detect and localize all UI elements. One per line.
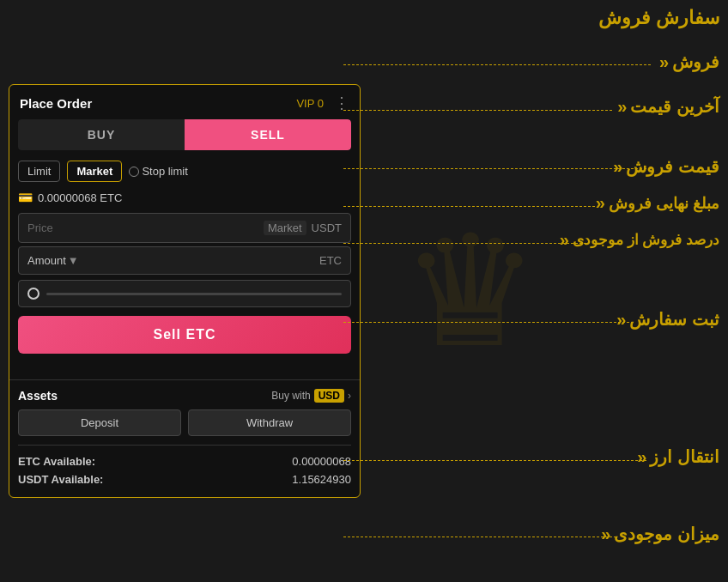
slider-track[interactable]	[46, 293, 342, 295]
price-field: Market USDT	[18, 213, 351, 243]
submit-order-arrow: »	[616, 310, 626, 330]
annotation-sell-amount: » مبلغ نهایی فروش	[596, 193, 719, 213]
slider-thumb[interactable]	[27, 288, 39, 300]
assets-title: Assets	[18, 389, 58, 403]
sell-amount-arrow: »	[596, 193, 605, 213]
annotation-balance: » میزان موجودی	[601, 524, 719, 544]
etc-available-value: 0.00000068	[292, 455, 351, 468]
usdt-available-row: USDT Available: 1.15624930	[18, 470, 351, 488]
sell-arrow: »	[659, 52, 669, 72]
buy-with-chevron[interactable]: ›	[348, 390, 351, 402]
amount-dropdown-icon[interactable]: ▼	[68, 254, 79, 267]
deposit-button[interactable]: Deposit	[18, 409, 181, 436]
etc-available-row: ETC Available: 0.00000068	[18, 452, 351, 470]
transfer-arrow: »	[637, 447, 646, 467]
dashed-line-price	[343, 168, 651, 169]
buy-with-row: Buy with USD ›	[271, 389, 351, 403]
available-section: ETC Available: 0.00000068 USDT Available…	[18, 445, 351, 497]
usdt-available-value: 1.15624930	[292, 473, 351, 486]
order-type-row: Limit Market Stop limit	[9, 157, 360, 187]
dashed-line-slider	[343, 243, 586, 244]
card-icon: 💳	[18, 191, 33, 204]
header-right: VIP 0 ⋮	[296, 94, 349, 112]
market-suffix: Market	[264, 221, 306, 235]
panel-header: Place Order VIP 0 ⋮	[9, 85, 360, 119]
annotation-transfer: » انتقال ارز	[637, 446, 719, 467]
spacer	[9, 362, 360, 379]
price-input-row: Market USDT	[18, 213, 351, 243]
last-price-arrow: »	[617, 97, 627, 117]
sell-percent-arrow: »	[560, 230, 569, 250]
annotation-last-price: » آخرین قیمت	[617, 96, 719, 117]
annotation-sell-percent: » درصد فروش از موجودی	[560, 230, 719, 250]
dashed-line-balance	[343, 537, 616, 537]
usdt-available-label: USDT Available:	[18, 473, 103, 486]
stop-limit-label: Stop limit	[142, 165, 187, 178]
transfer-text: انتقال ارز	[650, 446, 719, 467]
vip-label: VIP 0	[296, 97, 324, 110]
limit-button[interactable]: Limit	[18, 161, 60, 182]
balance-arrow: »	[601, 524, 610, 544]
last-price-text: آخرین قیمت	[630, 96, 719, 117]
balance-value: 0.00000068 ETC	[38, 191, 122, 204]
balance-row: 💳 0.00000068 ETC	[9, 187, 360, 209]
dashed-line-market	[343, 110, 612, 111]
amount-label: Amount ▼	[27, 254, 79, 267]
slider-container	[18, 280, 351, 307]
dashed-line-transfer	[343, 460, 646, 461]
sell-percent-text: درصد فروش از موجودی	[573, 231, 719, 249]
etc-available-label: ETC Available:	[18, 455, 95, 468]
buy-tab[interactable]: BUY	[18, 119, 185, 150]
sell-tab[interactable]: SELL	[185, 119, 351, 150]
amount-input[interactable]	[79, 254, 314, 267]
amount-currency: ETC	[319, 254, 342, 267]
price-input[interactable]	[27, 221, 260, 234]
submit-order-text: ثبت سفارش	[629, 309, 719, 330]
amount-field: Amount ▼ ETC	[18, 246, 351, 275]
amount-input-row: Amount ▼ ETC	[18, 246, 351, 275]
stop-limit-radio	[129, 167, 139, 177]
watermark-crown: ♛	[401, 202, 539, 381]
stop-limit-option[interactable]: Stop limit	[129, 165, 187, 178]
sell-button-row: Sell ETC	[18, 316, 351, 354]
buy-with-currency[interactable]: USD	[314, 389, 344, 403]
sell-order-text: سفارش فروش	[598, 7, 719, 29]
dashed-line-amount	[343, 206, 595, 207]
menu-dots-icon[interactable]: ⋮	[334, 94, 349, 112]
assets-header: Assets Buy with USD ›	[18, 389, 351, 403]
buy-sell-tabs: BUY SELL	[18, 119, 351, 150]
annotation-sell: » فروش	[659, 52, 719, 72]
sell-price-text: قیمت فروش	[626, 156, 719, 177]
sell-label-text: فروش	[672, 52, 719, 72]
sell-price-arrow: »	[613, 157, 622, 177]
assets-section: Assets Buy with USD › Deposit Withdraw E…	[9, 379, 360, 497]
sell-amount-text: مبلغ نهایی فروش	[609, 194, 719, 213]
deposit-withdraw-row: Deposit Withdraw	[18, 409, 351, 436]
dashed-line-sell	[343, 64, 651, 65]
balance-text: میزان موجودی	[614, 524, 719, 544]
sell-etc-button[interactable]: Sell ETC	[18, 316, 351, 354]
dashed-line-sell-btn	[343, 322, 634, 323]
annotation-submit-order: » ثبت سفارش	[616, 309, 719, 330]
slider-row	[18, 280, 351, 307]
market-button[interactable]: Market	[67, 161, 122, 182]
panel-title: Place Order	[20, 96, 92, 111]
buy-with-label: Buy with	[271, 390, 310, 402]
place-order-panel: Place Order VIP 0 ⋮ BUY SELL Limit Marke…	[9, 84, 361, 498]
price-currency: USDT	[312, 221, 342, 234]
withdraw-button[interactable]: Withdraw	[188, 409, 351, 436]
annotation-sell-price: » قیمت فروش	[613, 156, 719, 177]
annotation-sell-order: سفارش فروش	[598, 7, 719, 29]
